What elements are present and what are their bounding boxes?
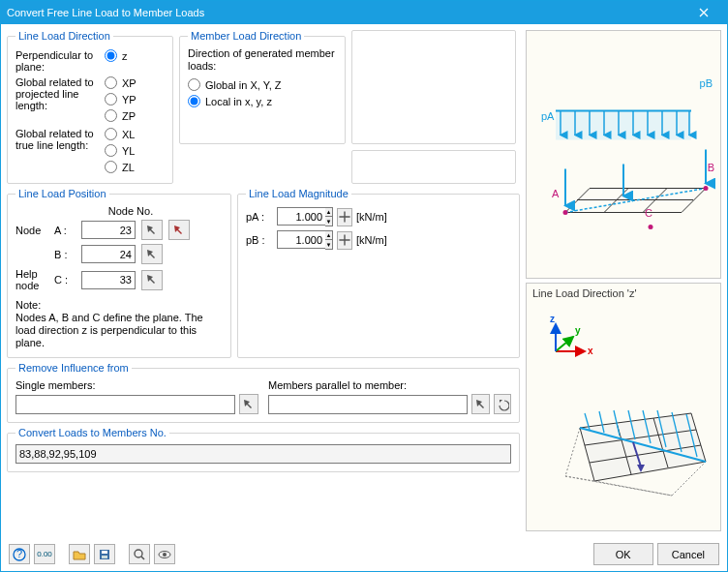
svg-point-19 xyxy=(563,210,568,215)
projected-label: Global related to projected line length: xyxy=(15,75,105,111)
convert-loads-input xyxy=(15,444,511,464)
preview-top: pA pB A B C xyxy=(526,30,721,279)
ok-button[interactable]: OK xyxy=(593,543,653,565)
close-button[interactable] xyxy=(686,3,721,22)
details-button[interactable]: 0.00 xyxy=(34,544,55,564)
dialog-footer: ? 0.00 OK Cancel xyxy=(1,537,727,571)
pick-node-b-button[interactable] xyxy=(141,244,163,264)
view-button[interactable] xyxy=(154,544,175,564)
svg-point-21 xyxy=(649,225,653,229)
radio-z[interactable] xyxy=(105,49,117,62)
ok-label: OK xyxy=(616,549,631,560)
pick-node-c-button[interactable] xyxy=(141,270,163,290)
radio-xp-label: XP xyxy=(122,77,136,89)
line-load-magnitude-group: Line Load Magnitude pA : ▲▼ [kN/m] pB : … xyxy=(237,188,520,358)
right-column: pA pB A B C Line Load Direction 'z' xyxy=(526,30,721,531)
single-members-label: Single members: xyxy=(15,379,258,391)
radio-local[interactable] xyxy=(188,95,200,107)
undo-icon xyxy=(496,398,509,411)
line-load-direction-group: Line Load Direction Perpendicular to pla… xyxy=(7,30,173,184)
pa-label: pA : xyxy=(246,211,273,223)
details-icon: 0.00 xyxy=(37,550,52,558)
pb-step-button[interactable] xyxy=(337,231,352,250)
pick-parallel-members-button[interactable] xyxy=(471,394,489,414)
open-button[interactable] xyxy=(69,544,90,564)
picker-alt-icon xyxy=(172,224,186,237)
c-diagram-label: C xyxy=(645,207,652,219)
step-icon xyxy=(338,233,351,247)
radio-zp[interactable] xyxy=(105,109,117,122)
svg-line-49 xyxy=(141,557,144,559)
pa-unit: [kN/m] xyxy=(356,211,395,223)
convert-loads-group: Convert Loads to Members No. xyxy=(7,427,520,472)
radio-xl[interactable] xyxy=(105,128,117,140)
parallel-members-input[interactable] xyxy=(268,395,468,414)
line-load-direction-legend: Line Load Direction xyxy=(15,30,113,42)
svg-text:?: ? xyxy=(16,548,22,559)
window-title: Convert Free Line Load to Member Loads xyxy=(7,7,204,18)
radio-global-label: Global in X, Y, Z xyxy=(205,79,281,91)
magnifier-icon xyxy=(133,548,146,561)
zoom-button[interactable] xyxy=(129,544,150,564)
svg-rect-46 xyxy=(102,551,107,554)
pick-node-a-button[interactable] xyxy=(141,220,163,240)
pa-spinner[interactable]: ▲▼ xyxy=(277,207,333,226)
pb-down[interactable]: ▼ xyxy=(325,240,332,249)
picker-icon xyxy=(145,224,159,237)
line-load-magnitude-legend: Line Load Magnitude xyxy=(246,188,351,199)
preview-bottom: Line Load Direction 'z' x y z xyxy=(526,283,721,531)
svg-point-20 xyxy=(704,186,709,191)
pick-single-members-button[interactable] xyxy=(239,394,258,414)
member-load-intro: Direction of generated member loads: xyxy=(188,47,337,73)
preview-top-svg xyxy=(527,31,720,278)
pb-up[interactable]: ▲ xyxy=(325,231,332,240)
svg-point-51 xyxy=(163,553,167,557)
radio-yl[interactable] xyxy=(105,144,117,157)
left-column: Line Load Direction Perpendicular to pla… xyxy=(7,30,520,531)
picker-icon xyxy=(474,398,488,411)
radio-yl-label: YL xyxy=(122,145,135,157)
radio-global[interactable] xyxy=(188,78,200,91)
pa-down[interactable]: ▼ xyxy=(325,217,332,226)
pb-spinner[interactable]: ▲▼ xyxy=(277,230,333,250)
eye-icon xyxy=(158,548,171,561)
pa-step-button[interactable] xyxy=(337,208,352,226)
picker-icon xyxy=(145,248,159,261)
dialog-content: Line Load Direction Perpendicular to pla… xyxy=(1,24,727,537)
pb-diagram-label: pB xyxy=(700,77,713,89)
member-load-direction-legend: Member Load Direction xyxy=(188,30,304,42)
pick-node-a-alt-button[interactable] xyxy=(168,220,190,240)
radio-zl[interactable] xyxy=(105,161,117,173)
help-icon: ? xyxy=(13,548,26,561)
pa-up[interactable]: ▲ xyxy=(325,208,332,217)
reset-parallel-button[interactable] xyxy=(494,394,511,414)
pa-input[interactable] xyxy=(277,207,325,226)
radio-z-label: z xyxy=(122,50,128,62)
node-a-input[interactable] xyxy=(81,221,136,239)
cancel-button[interactable]: Cancel xyxy=(657,543,719,565)
step-icon xyxy=(338,210,351,224)
picker-icon xyxy=(145,273,159,286)
node-c-input[interactable] xyxy=(81,271,136,289)
pb-input[interactable] xyxy=(277,230,325,249)
radio-yp[interactable] xyxy=(105,93,117,105)
line-load-position-legend: Line Load Position xyxy=(15,188,109,199)
svg-text:y: y xyxy=(575,325,581,336)
remove-influence-group: Remove Influence from Single members: Me… xyxy=(7,362,520,423)
single-members-input[interactable] xyxy=(15,395,235,414)
pb-unit: [kN/m] xyxy=(356,234,395,246)
save-icon xyxy=(98,548,111,561)
perpendicular-label: Perpendicular to plane: xyxy=(15,47,105,73)
preview-bottom-title: Line Load Direction 'z' xyxy=(527,284,720,303)
line-load-position-group: Line Load Position Node No. Node A : B : xyxy=(7,188,231,358)
cancel-label: Cancel xyxy=(672,549,705,560)
radio-xp[interactable] xyxy=(105,76,117,89)
svg-point-48 xyxy=(135,550,142,557)
help-button[interactable]: ? xyxy=(9,544,30,564)
node-label: Node xyxy=(15,225,50,236)
axes-icon: x y z xyxy=(536,313,604,371)
save-button[interactable] xyxy=(94,544,115,564)
true-length-label: Global related to true line length: xyxy=(15,126,105,151)
svg-line-23 xyxy=(556,337,573,351)
node-b-input[interactable] xyxy=(81,245,136,263)
